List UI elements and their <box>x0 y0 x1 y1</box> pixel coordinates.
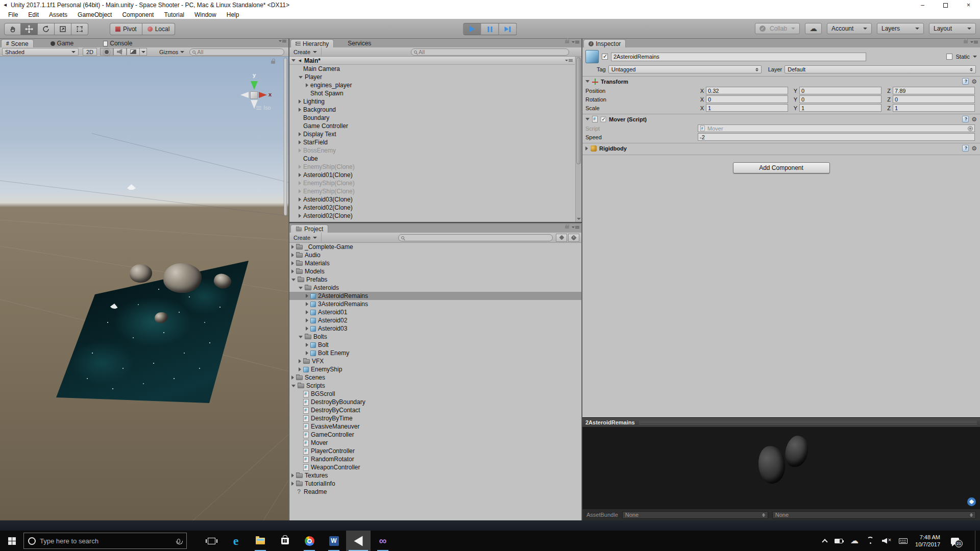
project-item[interactable]: Bolt Enemy <box>289 349 581 357</box>
layer-dropdown[interactable]: Default <box>785 65 976 73</box>
wifi-icon[interactable] <box>866 538 874 544</box>
hierarchy-item[interactable]: StarField <box>289 138 575 146</box>
move-tool-button[interactable] <box>21 23 38 35</box>
account-dropdown[interactable]: Account <box>827 23 872 34</box>
hierarchy-item[interactable]: Shot Spawn <box>289 89 575 97</box>
asteroid-mesh-large[interactable] <box>163 263 202 293</box>
effects-dropdown[interactable] <box>140 48 147 56</box>
scene-orientation-gizmo[interactable]: y x <box>233 72 274 118</box>
drag-handle-icon[interactable] <box>639 421 977 424</box>
foldout-closed-icon[interactable] <box>291 269 294 273</box>
project-item[interactable]: Asteroid03 <box>289 324 581 333</box>
gizmo-y-cone[interactable] <box>251 81 258 90</box>
mover-component-header[interactable]: Mover (Script) ⚙ <box>582 114 980 124</box>
project-item[interactable]: Materials <box>289 259 581 267</box>
foldout-closed-icon[interactable] <box>299 189 301 193</box>
hierarchy-item[interactable]: EnemyShip(Clone) <box>289 187 575 195</box>
tab-project[interactable]: Project <box>290 224 328 233</box>
project-create-button[interactable]: Create <box>289 233 322 242</box>
shading-mode-dropdown[interactable]: Shaded <box>2 48 79 56</box>
layout-dropdown[interactable]: Layout <box>929 23 976 34</box>
script-object-field[interactable]: Mover <box>698 124 975 132</box>
foldout-closed-icon[interactable] <box>299 108 301 112</box>
menu-tutorial[interactable]: Tutorial <box>159 10 189 19</box>
gizmo-center-cube[interactable] <box>250 91 258 99</box>
scrollbar-thumb[interactable] <box>576 57 581 164</box>
cloud-button[interactable]: ☁ <box>805 23 822 34</box>
help-icon[interactable] <box>962 145 969 152</box>
taskbar-app-file-explorer[interactable] <box>248 531 273 551</box>
foldout-closed-icon[interactable] <box>299 367 301 371</box>
tray-expand-icon[interactable] <box>822 539 827 544</box>
menu-window[interactable]: Window <box>189 10 222 19</box>
foldout-closed-icon[interactable] <box>306 351 308 355</box>
rect-tool-button[interactable] <box>71 23 88 35</box>
foldout-closed-icon[interactable] <box>299 173 301 177</box>
project-item[interactable]: TutorialInfo <box>289 480 581 488</box>
gizmo-axis-cone[interactable] <box>240 92 249 98</box>
scale-tool-button[interactable] <box>55 23 71 35</box>
scene-menu-icon[interactable] <box>565 60 573 61</box>
gameobject-cube-icon[interactable] <box>585 50 599 63</box>
panel-menu-icon[interactable] <box>572 41 579 43</box>
hierarchy-item[interactable]: Game Controller <box>289 122 575 130</box>
scene-lighting-button[interactable] <box>100 48 113 56</box>
project-item[interactable]: Audio <box>289 251 581 259</box>
foldout-open-icon[interactable] <box>291 279 296 281</box>
foldout-open-icon[interactable] <box>291 385 296 387</box>
taskbar-search[interactable]: Type here to search <box>23 533 187 549</box>
taskbar-app-task-view[interactable] <box>199 531 224 551</box>
hierarchy-item[interactable]: EnemyShip(Clone) <box>289 179 575 187</box>
search-by-type-button[interactable] <box>556 234 567 242</box>
project-item[interactable]: EnemyShip <box>289 365 581 373</box>
taskbar-app-store[interactable] <box>273 531 297 551</box>
lock-icon[interactable] <box>565 40 569 43</box>
help-icon[interactable] <box>962 78 969 85</box>
assetbundle-dropdown[interactable]: None <box>622 511 768 519</box>
taskbar-app-edge[interactable]: e <box>224 531 248 551</box>
tab-scene[interactable]: # Scene <box>1 39 34 47</box>
start-button[interactable] <box>0 531 23 551</box>
hand-tool-button[interactable] <box>4 23 21 35</box>
hierarchy-item[interactable]: Player <box>289 73 575 81</box>
hierarchy-search[interactable] <box>411 48 569 56</box>
collab-dropdown[interactable]: ✓ Collab <box>755 23 800 34</box>
onedrive-cloud-icon[interactable]: ☁ <box>850 537 859 545</box>
action-center-icon[interactable]: 21 <box>951 538 959 544</box>
foldout-closed-icon[interactable] <box>291 245 294 249</box>
foldout-closed-icon[interactable] <box>291 261 294 265</box>
project-item[interactable]: Asteroid01 <box>289 308 581 316</box>
project-item[interactable]: EvasiveManeuver <box>289 422 581 431</box>
assetbundle-variant-dropdown[interactable]: None <box>772 511 976 519</box>
rotate-tool-button[interactable] <box>38 23 55 35</box>
foldout-closed-icon[interactable] <box>299 99 301 104</box>
foldout-closed-icon[interactable] <box>585 146 588 151</box>
asteroid-mesh[interactable] <box>130 264 152 283</box>
pause-button[interactable] <box>481 23 499 35</box>
help-icon[interactable] <box>962 116 969 122</box>
pivot-toggle[interactable]: Pivot <box>110 23 142 35</box>
foldout-closed-icon[interactable] <box>306 318 308 322</box>
tag-dropdown[interactable]: Untagged <box>608 65 762 73</box>
foldout-open-icon[interactable] <box>585 80 590 83</box>
project-search-input[interactable] <box>406 235 550 241</box>
foldout-closed-icon[interactable] <box>306 83 308 87</box>
project-item[interactable]: Bolts <box>289 333 581 341</box>
project-item[interactable]: Asteroid02 <box>289 316 581 324</box>
hierarchy-item[interactable]: Display Text <box>289 130 575 138</box>
project-item[interactable]: BGScroll <box>289 390 581 398</box>
taskbar-app-chrome[interactable] <box>297 531 322 551</box>
gear-icon[interactable]: ⚙ <box>971 145 977 152</box>
hierarchy-item[interactable]: Asteroid02(Clone) <box>289 204 575 212</box>
hierarchy-item[interactable]: engines_player <box>289 81 575 89</box>
touch-keyboard-icon[interactable] <box>899 538 908 544</box>
foldout-open-icon[interactable] <box>299 336 303 338</box>
panel-menu-icon[interactable] <box>572 227 579 228</box>
scene-search[interactable] <box>189 48 284 56</box>
scene-viewport[interactable]: y x Iso <box>0 57 288 520</box>
project-item[interactable]: Scenes <box>289 373 581 382</box>
position-z-field[interactable]: 7.89 <box>893 87 975 94</box>
search-by-label-button[interactable] <box>568 234 579 242</box>
scene-audio-button[interactable] <box>113 48 127 56</box>
scale-x-field[interactable]: 1 <box>706 104 788 112</box>
